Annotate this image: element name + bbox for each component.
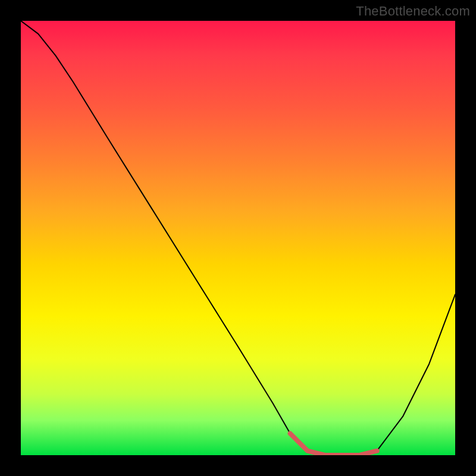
- bottleneck-curve: [21, 21, 455, 455]
- plot-area: [21, 21, 455, 455]
- watermark-text: TheBottleneck.com: [356, 4, 470, 19]
- curve-layer: [21, 21, 455, 455]
- optimal-range-highlight: [290, 434, 377, 456]
- chart-frame: TheBottleneck.com: [0, 0, 476, 476]
